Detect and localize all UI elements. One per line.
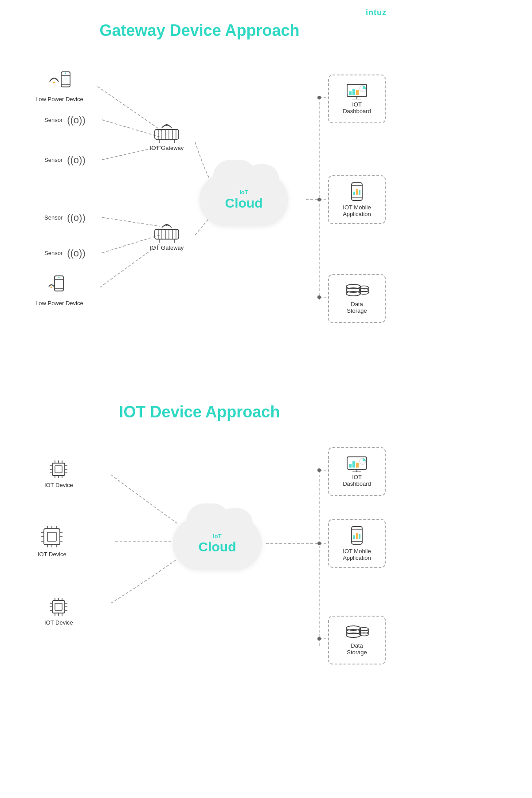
section-divider <box>0 355 399 381</box>
mobile-app-icon-2 <box>350 526 364 546</box>
svg-rect-109 <box>55 603 62 610</box>
svg-rect-56 <box>359 190 360 195</box>
low-power-device-icon <box>48 71 71 96</box>
svg-rect-14 <box>61 72 70 87</box>
storage-label-2: Data Storage <box>347 642 367 656</box>
section2-title: IOT Device Approach <box>0 381 399 426</box>
iot-device-2: IOT Device <box>38 523 66 558</box>
gateway1-icon <box>151 120 182 145</box>
mobile-label-2: IOT Mobile Application <box>343 548 371 561</box>
svg-point-17 <box>65 73 66 74</box>
mobile-label-1: IOT Mobile Application <box>343 204 371 217</box>
sensor1-wifi-icon: ((o)) <box>67 114 86 126</box>
low-power-device2-icon <box>48 275 71 300</box>
output-mobile-2: IOT Mobile Application <box>328 519 386 568</box>
mobile-app-icon <box>350 182 364 202</box>
svg-rect-132 <box>353 535 355 539</box>
iot-device-3: IOT Device <box>44 594 73 627</box>
svg-rect-108 <box>52 601 65 613</box>
svg-rect-125 <box>349 464 352 468</box>
sensor-4: Sensor ((o)) <box>44 248 86 259</box>
output-dashboard-1: IOT Dashboard <box>328 75 386 123</box>
iot-gateway-2: IOT Gateway <box>150 220 184 252</box>
gateway2-icon <box>151 220 182 244</box>
device-diagram: IOT Device IOT Device <box>9 435 390 701</box>
svg-point-12 <box>317 198 321 201</box>
svg-point-78 <box>317 542 321 545</box>
dashboard-monitor-icon <box>346 83 368 99</box>
output-mobile-1: IOT Mobile Application <box>328 175 386 224</box>
svg-rect-80 <box>52 463 65 476</box>
chip2-icon <box>38 523 66 551</box>
section1-title: Gateway Device Approach <box>0 0 399 44</box>
svg-point-79 <box>317 637 321 641</box>
sensor2-wifi-icon: ((o)) <box>67 154 86 166</box>
svg-rect-47 <box>349 91 352 95</box>
dashboard-label-1: IOT Dashboard <box>343 101 371 114</box>
gateway-diagram: Low Power Device Sensor ((o)) Sensor ((o… <box>9 44 390 355</box>
svg-point-11 <box>317 96 321 99</box>
iot-gateway-1: IOT Gateway <box>150 120 184 152</box>
svg-rect-81 <box>55 466 62 473</box>
brand-logo: intuz <box>366 8 387 17</box>
low-power-device-1: Low Power Device <box>35 71 83 103</box>
svg-rect-54 <box>353 192 355 195</box>
iot-device-1: IOT Device <box>44 457 73 489</box>
svg-rect-126 <box>352 461 355 468</box>
svg-point-13 <box>317 295 321 299</box>
svg-point-77 <box>317 468 321 472</box>
storage-label-1: Data Storage <box>347 301 367 314</box>
svg-point-26 <box>166 124 168 126</box>
output-storage-2: Data Storage <box>328 616 386 664</box>
dashboard-label-2: IOT Dashboard <box>343 474 371 487</box>
data-storage-icon-2 <box>344 625 369 641</box>
svg-rect-95 <box>47 532 56 541</box>
svg-point-43 <box>51 287 52 288</box>
sensor-1: Sensor ((o)) <box>44 114 86 126</box>
low-power-device-2: Low Power Device <box>35 275 83 307</box>
svg-rect-39 <box>55 276 63 291</box>
svg-rect-94 <box>44 529 60 545</box>
chip3-icon <box>46 594 71 619</box>
output-dashboard-2: IOT Dashboard <box>328 447 386 496</box>
svg-rect-55 <box>356 189 358 195</box>
dashboard-monitor-icon-2 <box>346 456 368 472</box>
svg-rect-49 <box>356 90 359 95</box>
output-storage-1: Data Storage <box>328 274 386 323</box>
sensor-3: Sensor ((o)) <box>44 212 86 224</box>
svg-rect-134 <box>359 534 360 539</box>
svg-rect-133 <box>356 533 358 539</box>
sensor4-wifi-icon: ((o)) <box>67 248 86 259</box>
svg-rect-48 <box>352 89 355 95</box>
sensor3-wifi-icon: ((o)) <box>67 212 86 224</box>
data-storage-icon <box>344 283 369 299</box>
svg-point-18 <box>53 82 55 83</box>
sensor-2: Sensor ((o)) <box>44 154 86 166</box>
chip1-icon <box>46 457 71 482</box>
svg-point-42 <box>58 277 59 278</box>
svg-point-36 <box>166 224 168 226</box>
svg-rect-127 <box>356 463 359 468</box>
